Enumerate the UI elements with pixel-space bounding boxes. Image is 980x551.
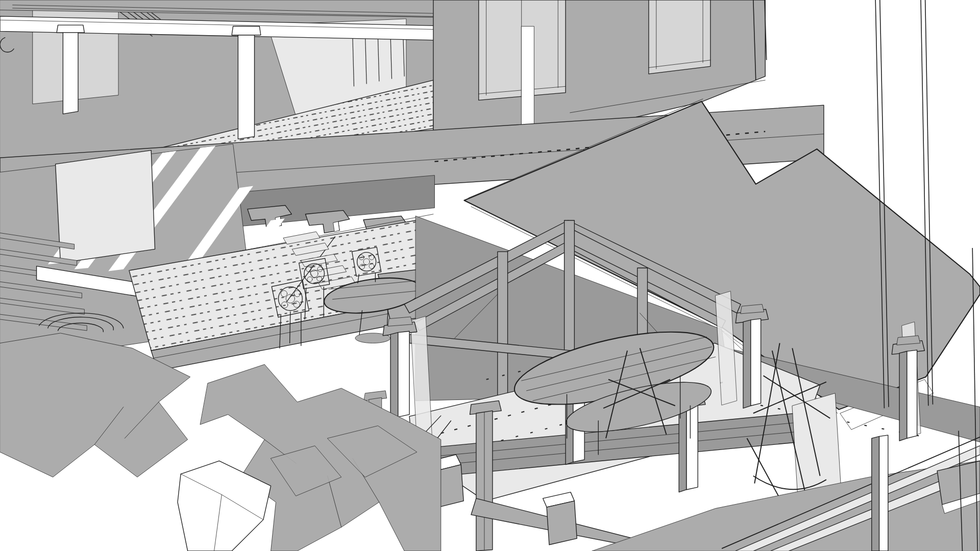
window-glass <box>649 0 710 74</box>
corner-post <box>522 27 534 138</box>
architectural-line-render[interactable] <box>0 0 980 551</box>
porch-post <box>498 252 508 398</box>
ground-column <box>872 435 888 551</box>
ridge-post <box>565 220 575 352</box>
column-capital <box>232 27 261 35</box>
white-column <box>63 33 78 114</box>
white-column <box>238 35 254 139</box>
column-capital <box>57 25 84 33</box>
model-viewport[interactable] <box>0 0 980 551</box>
